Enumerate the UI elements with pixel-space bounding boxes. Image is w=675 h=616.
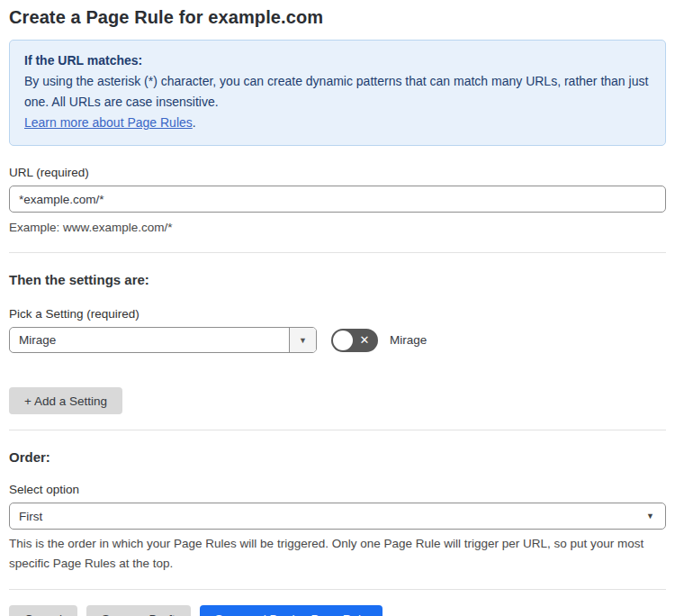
footer-actions: Cancel Save as Draft Save and Deploy Pag… xyxy=(9,605,666,616)
order-select[interactable]: First ▼ xyxy=(9,503,666,530)
url-input[interactable] xyxy=(9,186,666,213)
toggle-off-x-icon: ✕ xyxy=(353,334,378,346)
order-helper-text: This is the order in which your Page Rul… xyxy=(9,534,666,574)
order-select-value: First xyxy=(19,510,646,523)
cancel-button[interactable]: Cancel xyxy=(9,605,77,616)
chevron-down-icon[interactable]: ▼ xyxy=(289,328,316,352)
divider xyxy=(9,589,666,590)
chevron-down-icon: ▼ xyxy=(646,512,654,521)
order-section-heading: Order: xyxy=(9,449,666,465)
info-box-heading: If the URL matches: xyxy=(24,50,651,71)
mirage-toggle[interactable]: ✕ xyxy=(331,329,378,352)
toggle-label: Mirage xyxy=(390,333,427,347)
create-page-rule-form: Create a Page Rule for example.com If th… xyxy=(0,0,675,616)
divider xyxy=(9,430,666,430)
info-box-link-line: Learn more about Page Rules. xyxy=(24,113,651,133)
link-suffix: . xyxy=(193,115,196,130)
save-deploy-button[interactable]: Save and Deploy Page Rule xyxy=(200,605,383,616)
url-match-info-box: If the URL matches: By using the asteris… xyxy=(9,40,666,146)
toggle-knob xyxy=(333,331,353,350)
info-box-body: By using the asterisk (*) character, you… xyxy=(24,71,651,113)
settings-section-heading: Then the settings are: xyxy=(9,272,666,287)
learn-more-link[interactable]: Learn more about Page Rules xyxy=(24,115,193,130)
add-setting-button[interactable]: + Add a Setting xyxy=(9,387,122,414)
order-select-label: Select option xyxy=(9,483,666,496)
page-title: Create a Page Rule for example.com xyxy=(9,7,666,28)
pick-setting-label: Pick a Setting (required) xyxy=(9,307,666,321)
save-draft-button[interactable]: Save as Draft xyxy=(86,605,191,616)
setting-select-value: Mirage xyxy=(10,328,289,352)
divider xyxy=(9,252,666,253)
setting-row: Mirage ▼ ✕ Mirage xyxy=(9,327,666,353)
url-example-helper: Example: www.example.com/* xyxy=(9,218,666,237)
setting-select[interactable]: Mirage ▼ xyxy=(9,327,317,353)
url-field-label: URL (required) xyxy=(9,166,666,179)
